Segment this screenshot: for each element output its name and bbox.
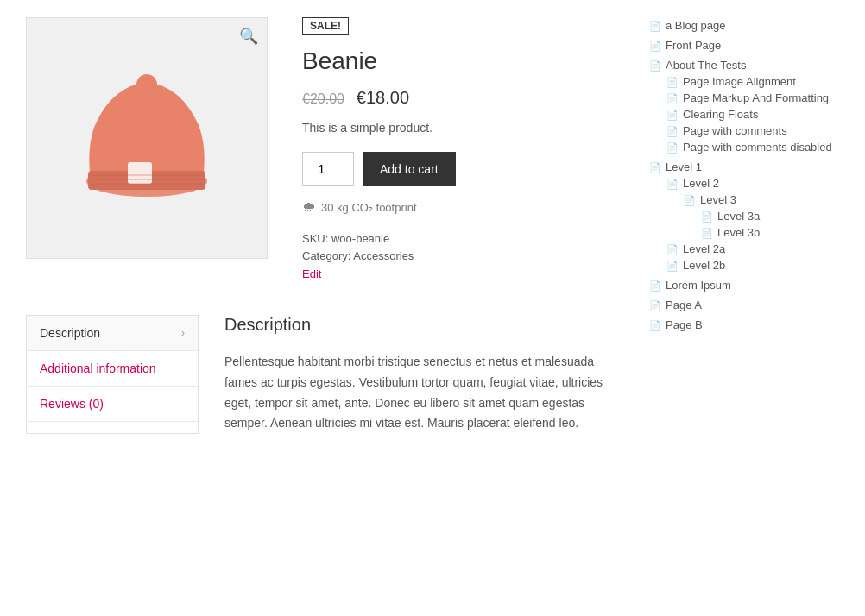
sidebar: 📄 a Blog page 📄 Front Page 📄 About The T… bbox=[649, 17, 839, 434]
tab-description[interactable]: Description › bbox=[27, 316, 198, 351]
tab-additional-info[interactable]: Additional information bbox=[27, 351, 198, 387]
list-item: 📄 Front Page bbox=[649, 37, 839, 53]
list-item: 📄 Page Image Alignment bbox=[666, 73, 839, 90]
list-item: 📄 Level 1 📄 Level 2 bbox=[649, 159, 839, 273]
svg-rect-2 bbox=[128, 162, 152, 184]
tabs-section: Description › Additional information Rev… bbox=[26, 315, 615, 434]
list-item: 📄 Level 3b bbox=[701, 224, 839, 241]
list-item: 📄 Page Markup And Formatting bbox=[666, 90, 839, 106]
sidebar-item-clearing-floats[interactable]: Clearing Floats bbox=[683, 108, 758, 121]
list-item: 📄 Clearing Floats bbox=[666, 106, 839, 123]
sub-list: 📄 Level 2 📄 Level 3 bbox=[666, 175, 839, 273]
page-icon: 📄 bbox=[666, 244, 679, 255]
svg-point-3 bbox=[136, 74, 157, 95]
sidebar-item-blog[interactable]: a Blog page bbox=[666, 19, 725, 32]
product-short-description: This is a simple product. bbox=[302, 121, 615, 135]
page-icon: 📄 bbox=[649, 162, 661, 173]
sidebar-item-image-alignment[interactable]: Page Image Alignment bbox=[683, 75, 796, 88]
product-image-container: 🔍 bbox=[26, 17, 268, 259]
cloud-icon: 🌧 bbox=[302, 199, 316, 215]
page-icon: 📄 bbox=[666, 77, 679, 88]
page-icon: 📄 bbox=[649, 41, 661, 52]
page-icon: 📄 bbox=[666, 261, 679, 272]
sidebar-item-markup-formatting[interactable]: Page Markup And Formatting bbox=[683, 91, 829, 104]
sidebar-item-lorem-ipsum[interactable]: Lorem Ipsum bbox=[666, 279, 731, 292]
sku-label: SKU: bbox=[302, 232, 328, 245]
page-icon: 📄 bbox=[701, 228, 713, 239]
product-form: Add to cart bbox=[302, 152, 615, 186]
carbon-text: 30 kg CO₂ footprint bbox=[321, 201, 417, 214]
category-label: Category: bbox=[302, 249, 350, 262]
sidebar-page-list: 📄 a Blog page 📄 Front Page 📄 About The T… bbox=[649, 17, 839, 333]
list-item: 📄 About The Tests 📄 Page Image Alignment bbox=[649, 57, 839, 155]
sidebar-item-about-tests[interactable]: About The Tests bbox=[666, 59, 746, 72]
sidebar-item-page-comments[interactable]: Page with comments bbox=[683, 124, 787, 137]
list-item: 📄 Page with comments bbox=[666, 123, 839, 139]
page-icon: 📄 bbox=[666, 179, 679, 190]
page-icon: 📄 bbox=[649, 300, 661, 311]
edit-link[interactable]: Edit bbox=[302, 267, 321, 280]
product-price: €20.00 €18.00 bbox=[302, 88, 615, 108]
list-item: 📄 a Blog page bbox=[649, 17, 839, 34]
page-icon: 📄 bbox=[666, 93, 679, 104]
original-price: €20.00 bbox=[302, 91, 344, 106]
page-icon: 📄 bbox=[701, 211, 713, 223]
sku-value: woo-beanie bbox=[331, 232, 389, 245]
current-price: €18.00 bbox=[357, 88, 409, 107]
product-title: Beanie bbox=[302, 47, 615, 75]
sidebar-item-level3[interactable]: Level 3 bbox=[700, 193, 736, 206]
sale-badge: SALE! bbox=[302, 17, 349, 35]
list-item: 📄 Page A bbox=[649, 297, 839, 313]
list-item: 📄 Level 3a bbox=[701, 208, 839, 224]
sub-sub-list: 📄 Level 3 📄 Level 3a bbox=[684, 192, 839, 241]
list-item: 📄 Level 2b bbox=[666, 257, 839, 273]
list-item: 📄 Lorem Ipsum bbox=[649, 277, 839, 293]
product-image bbox=[69, 60, 224, 216]
sidebar-item-level2[interactable]: Level 2 bbox=[683, 177, 719, 190]
zoom-icon[interactable]: 🔍 bbox=[239, 27, 258, 46]
sidebar-item-level2b[interactable]: Level 2b bbox=[683, 259, 725, 272]
page-icon: 📄 bbox=[649, 21, 661, 32]
sidebar-item-page-a[interactable]: Page A bbox=[666, 299, 702, 311]
list-item: 📄 Level 3 📄 Level 3a bbox=[684, 192, 839, 241]
tab-arrow-icon: › bbox=[181, 327, 185, 339]
product-category: Category: Accessories bbox=[302, 249, 615, 262]
sidebar-item-level1[interactable]: Level 1 bbox=[666, 160, 702, 173]
sidebar-item-level3a[interactable]: Level 3a bbox=[717, 210, 760, 223]
description-heading: Description bbox=[224, 315, 615, 335]
list-item: 📄 Page B bbox=[649, 317, 839, 333]
sidebar-item-front-page[interactable]: Front Page bbox=[666, 39, 721, 52]
page-icon: 📄 bbox=[666, 110, 679, 121]
tab-content-description: Description Pellentesque habitant morbi … bbox=[224, 315, 615, 434]
description-body: Pellentesque habitant morbi tristique se… bbox=[224, 352, 615, 434]
sub-sub-sub-list: 📄 Level 3a 📄 Level 3b bbox=[701, 208, 839, 241]
page-icon: 📄 bbox=[666, 126, 679, 137]
list-item: 📄 Level 2a bbox=[666, 241, 839, 257]
tabs-navigation: Description › Additional information Rev… bbox=[26, 315, 199, 434]
page-icon: 📄 bbox=[684, 195, 696, 206]
product-sku: SKU: woo-beanie bbox=[302, 232, 615, 245]
sidebar-item-page-b[interactable]: Page B bbox=[666, 318, 703, 331]
sidebar-item-level2a[interactable]: Level 2a bbox=[683, 242, 725, 255]
sidebar-item-level3b[interactable]: Level 3b bbox=[717, 226, 760, 239]
category-link[interactable]: Accessories bbox=[353, 249, 414, 262]
tab-reviews[interactable]: Reviews (0) bbox=[27, 387, 198, 422]
list-item: 📄 Page with comments disabled bbox=[666, 139, 839, 155]
page-icon: 📄 bbox=[666, 142, 679, 154]
page-icon: 📄 bbox=[649, 280, 661, 292]
add-to-cart-button[interactable]: Add to cart bbox=[363, 152, 456, 186]
sub-list: 📄 Page Image Alignment 📄 Page Markup And… bbox=[666, 73, 839, 155]
carbon-footprint: 🌧 30 kg CO₂ footprint bbox=[302, 199, 615, 215]
sidebar-item-comments-disabled[interactable]: Page with comments disabled bbox=[683, 141, 832, 154]
quantity-input[interactable] bbox=[302, 152, 354, 186]
list-item: 📄 Level 2 📄 Level 3 bbox=[666, 175, 839, 241]
page-icon: 📄 bbox=[649, 60, 661, 72]
page-icon: 📄 bbox=[649, 320, 661, 331]
